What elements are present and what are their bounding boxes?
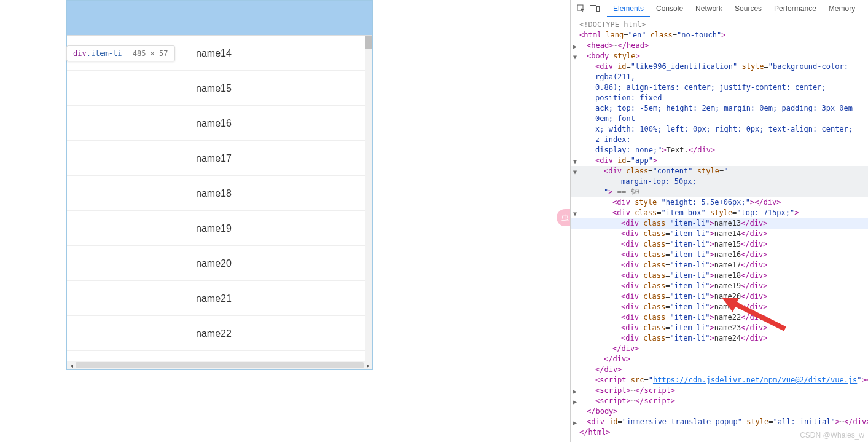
svg-rect-1 [590, 5, 596, 10]
app-node[interactable]: ▼<div id="app"> [571, 156, 868, 166]
close-body-node[interactable]: </body> [571, 406, 868, 417]
item-li-node[interactable]: <div class="item-li">name23</div> [571, 323, 868, 333]
close-div-node[interactable]: </div> [571, 365, 868, 375]
close-div-node[interactable]: </div> [571, 354, 868, 365]
tab-network[interactable]: Network [689, 0, 729, 17]
watermark: CSDN @Whales_w [800, 431, 864, 440]
tab-memory[interactable]: Memory [823, 0, 861, 17]
toolbar-separator [604, 4, 604, 14]
item-li-node[interactable]: <div class="item-li">name22</div> [571, 312, 868, 323]
list-item: name16 [67, 106, 365, 141]
tooltip-tag: div [73, 49, 87, 58]
tooltip-dimensions: 485 × 57 [133, 49, 168, 58]
devtools-toolbar: Elements Console Network Sources Perform… [571, 0, 868, 17]
item-li-node[interactable]: <div class="item-li">name17</div> [571, 260, 868, 270]
tab-sources[interactable]: Sources [729, 0, 768, 17]
tooltip-class: .item-li [87, 49, 122, 58]
item-box: name14 name15 name16 name17 name18 name1… [67, 36, 365, 361]
list-item: name18 [67, 176, 365, 211]
close-div-node[interactable]: </div> [571, 344, 868, 354]
list-item: name21 [67, 281, 365, 316]
item-box-node[interactable]: ▼<div class="item-box" style="top: 715px… [571, 208, 868, 218]
head-node[interactable]: ▶<head>⋯</head> [571, 41, 868, 51]
item-li-node[interactable]: <div class="item-li">name16</div> [571, 250, 868, 260]
inspector-tooltip: div.item-li 485 × 57 [66, 45, 175, 61]
immersive-node[interactable]: ▶<div id="immersive-translate-popup" sty… [571, 417, 868, 427]
spacer-node[interactable]: <div style="height: 5.5e+06px;"></div> [571, 197, 868, 208]
item-li-node[interactable]: <div class="item-li">name20</div> [571, 291, 868, 302]
inspect-icon[interactable] [574, 4, 588, 13]
item-li-node[interactable]: <div class="item-li">name15</div> [571, 239, 868, 250]
list-item: name19 [67, 211, 365, 246]
horizontal-scrollbar[interactable]: ◂ ▸ [67, 361, 372, 369]
item-li-node[interactable]: <div class="item-li">name24</div> [571, 333, 868, 344]
page-highlight-bar [67, 1, 372, 35]
devtools-panel: Elements Console Network Sources Perform… [570, 0, 868, 442]
tab-console[interactable]: Console [650, 0, 689, 17]
list-item: name15 [67, 71, 365, 106]
tab-performance[interactable]: Performance [768, 0, 823, 17]
script-node[interactable]: ▶<script>⋯</script> [571, 396, 868, 406]
item-li-node[interactable]: <div class="item-li">name14</div> [571, 229, 868, 239]
item-li-node[interactable]: <div class="item-li">name21</div> [571, 302, 868, 312]
script-node[interactable]: ▶<script>⋯</script> [571, 385, 868, 396]
scroll-right-icon[interactable]: ▸ [364, 361, 372, 369]
item-li-node[interactable]: <div class="item-li">name19</div> [571, 281, 868, 291]
list-item: name17 [67, 141, 365, 176]
doctype-node: <!DOCTYPE html> [579, 20, 646, 29]
item-li-node[interactable]: <div class="item-li">name13</div> [571, 218, 868, 229]
list-item: name20 [67, 246, 365, 281]
tab-elements[interactable]: Elements [607, 0, 650, 17]
html-node[interactable]: <html lang="en" class="no-touch"> [571, 30, 868, 41]
page-scroll-area[interactable]: name14 name15 name16 name17 name18 name1… [67, 35, 372, 361]
vertical-scrollbar-thumb[interactable] [365, 36, 372, 49]
item-li-node[interactable]: <div class="item-li">name18</div> [571, 270, 868, 281]
svg-rect-2 [597, 6, 600, 11]
device-toggle-icon[interactable] [588, 5, 601, 12]
script-cdn-node[interactable]: <script src="https://cdn.jsdelivr.net/np… [571, 375, 868, 385]
vertical-scrollbar[interactable] [365, 36, 372, 361]
like996-node[interactable]: <div id="like996_identification" style="… [571, 61, 868, 82]
dom-tree[interactable]: <!DOCTYPE html> <html lang="en" class="n… [571, 17, 868, 438]
scroll-left-icon[interactable]: ◂ [67, 361, 76, 369]
list-item: name22 [67, 316, 365, 351]
content-node[interactable]: ⋯▼<div class="content" style=" [571, 166, 868, 176]
horizontal-scrollbar-track[interactable] [76, 362, 364, 368]
body-node[interactable]: ▼<body style> [571, 51, 868, 61]
